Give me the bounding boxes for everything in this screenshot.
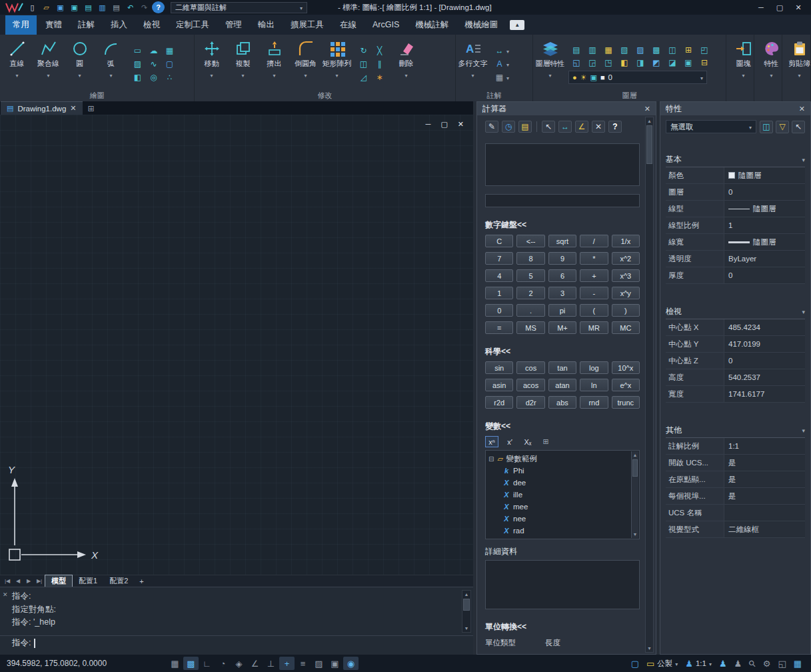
scale-icon[interactable]: ◿ [358,72,369,83]
numpad-section-title[interactable]: 數字鍵盤<< [485,219,640,231]
variables-tree[interactable]: ⊟▱變數範例kPhiXdeeXilleXmeeXneeXradXvee [485,450,640,539]
annotation-auto-icon[interactable]: ♟ [734,659,742,669]
tree-item-ille[interactable]: Xille [488,489,628,501]
calc-button-9[interactable]: 9 [548,252,576,265]
text-style-tool[interactable]: A [494,59,509,69]
collapse-icon[interactable]: ⊟ [488,455,494,463]
calc-button-trunc[interactable]: trunc [612,396,640,409]
save-as-icon[interactable]: ▣ [68,1,81,13]
gradient-icon[interactable]: ◧ [132,72,143,83]
calc-button-pi[interactable]: pi [548,304,576,317]
quick-select-icon[interactable]: ▽ [776,121,789,133]
gear-control[interactable]: ⚙ [760,657,774,670]
calc-button-+[interactable]: + [580,269,608,282]
magnifier-control[interactable]: ⚲ [746,657,758,670]
layer-viewport-freeze-icon[interactable]: ◧ [616,56,632,69]
isodraft-icon[interactable]: ◈ [231,657,247,670]
calc-button-x^y[interactable]: x^y [612,287,640,299]
calculator-header[interactable]: 計算器 [477,102,656,115]
dimension-icon[interactable]: ↔ [494,45,505,56]
calc-button-7[interactable]: 7 [485,252,513,265]
ribbon-button-array[interactable]: 矩形陣列 [321,37,353,91]
calc-button-4[interactable]: 4 [485,269,513,282]
panel-label-modify[interactable]: 修改 [195,91,455,101]
close-icon[interactable] [644,104,650,113]
calc-button-3[interactable]: 3 [548,287,576,299]
calc-button-asin[interactable]: asin [485,379,513,391]
layer-copy-icon[interactable]: ▣ [680,56,696,69]
ribbon-button-clipboard[interactable]: 剪貼簿 [784,37,811,101]
coordinates-display[interactable]: 394.5982, 175.0802, 0.0000 [7,659,167,668]
calc-button-acos[interactable]: acos [516,379,544,391]
calc-button-5[interactable]: 5 [516,269,544,282]
calculator-scrollbar[interactable] [645,117,654,653]
ribbon-tab-機械繪圖[interactable]: 機械繪圖 [457,15,505,35]
calc-button-tan[interactable]: tan [548,361,576,374]
distance-icon[interactable]: ↔ [558,121,572,133]
paste-value-icon[interactable]: ▤ [518,121,532,133]
ribbon-tab-在線[interactable]: 在線 [333,15,364,35]
selection-dropdown[interactable]: 無選取 [666,120,756,133]
window-maximize-button[interactable]: ▢ [771,1,788,13]
close-icon[interactable] [70,104,76,113]
calc-button-x^3[interactable]: x^3 [612,269,640,282]
layer-state-icon[interactable]: ◲ [584,56,600,69]
window-minimize-button[interactable]: ─ [752,1,770,13]
scroll-down-icon[interactable] [632,531,638,538]
history-icon[interactable]: ◷ [502,121,515,133]
calc-button--[interactable]: - [580,287,608,299]
get-coordinates-icon[interactable]: ↖ [542,121,555,133]
calc-button-atan[interactable]: atan [548,379,576,391]
grid-icon[interactable]: ▦ [167,657,183,670]
clear-icon[interactable]: ✎ [485,121,498,133]
section-header[interactable]: 其他▾ [666,425,805,438]
explode-icon[interactable]: ∗ [374,72,385,83]
calc-button-sqrt[interactable]: sqrt [548,235,576,247]
tree-item-nee[interactable]: Xnee [488,513,628,525]
transparency-icon[interactable]: ▨ [311,657,327,670]
undo-icon[interactable]: ↶ [124,1,137,13]
ribbon-button-stretch[interactable]: 擠出 [259,37,290,91]
mirror-icon[interactable]: ◫ [358,59,369,69]
calc-button-abs[interactable]: abs [548,396,576,409]
ribbon-button-erase[interactable]: 刪除 [391,37,422,91]
ribbon-tab-機械註解[interactable]: 機械註解 [408,15,456,35]
calc-button-ln[interactable]: ln [580,379,608,391]
select-objects-icon[interactable]: ↖ [792,121,805,133]
ribbon-tab-管理[interactable]: 管理 [218,15,249,35]
osnap-icon[interactable]: ⊥ [263,657,279,670]
property-value[interactable]: 0 [724,267,805,283]
open-folder-icon[interactable]: ▱ [40,1,53,13]
annotation-auto-control[interactable]: ♟ [732,657,745,670]
scrollbar-thumb[interactable] [646,125,652,164]
layer-unisolate-icon[interactable]: ⊞ [680,43,696,56]
ribbon-tab-常用[interactable]: 常用 [5,15,37,35]
calc-button-1/x[interactable]: 1/x [612,235,640,247]
tree-item-vee[interactable]: Xvee [488,537,628,539]
trim-icon[interactable]: ╳ [374,45,385,56]
text-style-icon[interactable]: A [494,59,505,69]
dimension-tool[interactable]: ↔ [494,45,509,56]
spline-icon[interactable]: ∿ [148,59,159,69]
rotate-icon[interactable]: ↻ [358,45,369,56]
ribbon-tab-檢視[interactable]: 檢視 [136,15,167,35]
revision-cloud-icon[interactable]: ☁ [148,45,159,56]
ruler-control[interactable]: ▭公製 [644,657,680,670]
annotation-visibility-control[interactable]: ♟ [716,657,730,670]
scroll-down-icon[interactable] [462,625,470,632]
redo-icon[interactable]: ↷ [138,1,151,13]
property-value[interactable]: 0 [724,184,805,200]
calc-help-icon[interactable]: ? [608,121,622,133]
bulb-icon[interactable]: ● [572,73,577,81]
calc-button-)[interactable]: ) [612,304,640,317]
help-icon[interactable]: ? [152,1,165,13]
scrollbar-thumb[interactable] [632,459,638,477]
ruler-icon[interactable]: ▭ [646,659,654,669]
monitor-icon[interactable]: ▢ [631,659,639,669]
hatch-icon[interactable]: ▨ [132,59,143,69]
layer-merge-icon[interactable]: ◨ [632,56,648,69]
calc-button-.[interactable]: . [516,304,544,317]
layout-tab-配置2[interactable]: 配置2 [103,575,134,587]
ribbon-button-move[interactable]: 移動 [196,37,227,91]
calc-button-d2r[interactable]: d2r [516,396,544,409]
